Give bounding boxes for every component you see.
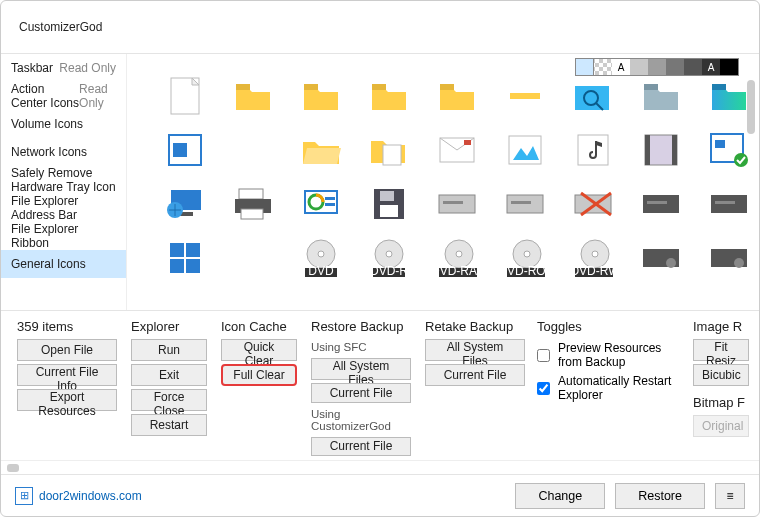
icon-folder-search[interactable]: [573, 76, 613, 116]
icon-folder[interactable]: [233, 76, 273, 116]
icon-folder-open[interactable]: [301, 130, 341, 170]
hscrollbar[interactable]: [1, 460, 759, 474]
icon-drive[interactable]: [437, 184, 477, 224]
icon-strip[interactable]: [505, 76, 545, 116]
svg-rect-22: [672, 135, 677, 165]
icon-drive-dark[interactable]: [641, 184, 681, 224]
item-count: 359 items: [17, 319, 117, 334]
icon-envelope[interactable]: [437, 130, 477, 170]
original-button[interactable]: Original: [693, 415, 749, 437]
icon-blank-doc[interactable]: [165, 76, 205, 116]
sidebar-item-ribbon[interactable]: File Explorer Ribbon: [1, 222, 126, 250]
main: A A: [127, 54, 759, 310]
icon-drive[interactable]: [505, 184, 545, 224]
svg-point-67: [524, 251, 530, 257]
icon-folder[interactable]: [369, 76, 409, 116]
icon-grid: DVD DVD-R DVD-RAM DVD-ROM DVD-RW: [127, 54, 759, 310]
svg-rect-47: [647, 201, 667, 204]
force-close-button[interactable]: Force Close: [131, 389, 207, 411]
svg-rect-7: [575, 86, 609, 110]
icon-control-panel[interactable]: [301, 184, 341, 224]
bicubic-button[interactable]: Bicubic: [693, 364, 749, 386]
fit-resize-button[interactable]: Fit Resiz: [693, 339, 749, 361]
icon-start[interactable]: [165, 238, 205, 278]
run-button[interactable]: Run: [131, 339, 207, 361]
svg-rect-16: [464, 140, 471, 145]
icon-drive-delete[interactable]: [573, 184, 613, 224]
retake-current-button[interactable]: Current File: [425, 364, 525, 386]
icon-spacer: [233, 238, 273, 278]
sidebar-item-safely-remove[interactable]: Safely Remove Hardware Tray Icon: [1, 166, 126, 194]
toggle-preview-checkbox[interactable]: [537, 349, 550, 362]
svg-rect-42: [511, 201, 531, 204]
sidebar-item-network[interactable]: Network Icons: [1, 138, 126, 166]
svg-rect-31: [241, 209, 263, 219]
restore-current-sfc-button[interactable]: Current File: [311, 383, 411, 403]
svg-point-63: [456, 251, 462, 257]
icon-drive-dark[interactable]: [641, 238, 681, 278]
sidebar-item-action-center[interactable]: Action Center IconsRead Only: [1, 82, 126, 110]
svg-rect-53: [186, 259, 200, 273]
restart-button[interactable]: Restart: [131, 414, 207, 436]
toggle-preview[interactable]: Preview Resources from Backup: [537, 341, 679, 369]
export-resources-button[interactable]: Export Resources: [17, 389, 117, 411]
icon-floppy[interactable]: [369, 184, 409, 224]
svg-rect-4: [372, 84, 386, 90]
quick-clear-button[interactable]: Quick Clear: [221, 339, 297, 361]
icon-printer[interactable]: [233, 184, 273, 224]
svg-rect-35: [325, 203, 335, 206]
full-clear-button[interactable]: Full Clear: [221, 364, 297, 386]
retake-backup-heading: Retake Backup: [425, 319, 523, 334]
toggle-restart-checkbox[interactable]: [537, 382, 550, 395]
icon-video[interactable]: [641, 130, 681, 170]
icon-dvd-rom[interactable]: DVD-ROM: [505, 238, 545, 278]
icon-monitor-globe[interactable]: [165, 184, 205, 224]
retake-all-button[interactable]: All System Files: [425, 339, 525, 361]
bottom-panel: 359 items Open File Current File Info Ex…: [1, 310, 759, 460]
icon-folder[interactable]: [301, 76, 341, 116]
svg-rect-10: [644, 84, 658, 90]
restore-all-sfc-button[interactable]: All System Files: [311, 358, 411, 380]
icon-folder-docs[interactable]: [369, 130, 409, 170]
svg-rect-19: [578, 135, 608, 165]
icon-window[interactable]: [165, 130, 205, 170]
menu-button[interactable]: ≡: [715, 483, 745, 509]
icon-folder[interactable]: [437, 76, 477, 116]
svg-text:DVD: DVD: [308, 264, 334, 278]
icon-folder-teal-grad[interactable]: [709, 76, 749, 116]
sidebar-item-taskbar[interactable]: TaskbarRead Only: [1, 54, 126, 82]
icon-dvd[interactable]: DVD: [301, 238, 341, 278]
sidebar-item-addr-bar[interactable]: File Explorer Address Bar: [1, 194, 126, 222]
svg-rect-21: [645, 135, 650, 165]
restore-button[interactable]: Restore: [615, 483, 705, 509]
icon-folder-teal[interactable]: [641, 76, 681, 116]
sidebar: TaskbarRead Only Action Center IconsRead…: [1, 54, 127, 310]
icon-dvd-ram[interactable]: DVD-RAM: [437, 238, 477, 278]
svg-rect-14: [383, 145, 401, 165]
svg-rect-52: [170, 259, 184, 273]
icon-drive-dark[interactable]: [709, 184, 749, 224]
open-file-button[interactable]: Open File: [17, 339, 117, 361]
hscroll-thumb[interactable]: [7, 464, 19, 472]
sidebar-item-general[interactable]: General Icons: [1, 250, 126, 278]
current-file-info-button[interactable]: Current File Info: [17, 364, 117, 386]
toggles-heading: Toggles: [537, 319, 679, 334]
svg-point-25: [734, 153, 748, 167]
icon-music[interactable]: [573, 130, 613, 170]
logo-icon: ⊞: [15, 487, 33, 505]
footer-link[interactable]: ⊞ door2windows.com: [15, 487, 142, 505]
sidebar-item-volume[interactable]: Volume Icons: [1, 110, 126, 138]
title-bar: CustomizerGod: [1, 1, 759, 53]
svg-rect-50: [170, 243, 184, 257]
restore-current-cgod-button[interactable]: Current File: [311, 437, 411, 457]
exit-button[interactable]: Exit: [131, 364, 207, 386]
svg-rect-3: [304, 84, 318, 90]
change-button[interactable]: Change: [515, 483, 605, 509]
icon-dvd-rw[interactable]: DVD-RW: [573, 238, 613, 278]
icon-window-check[interactable]: [709, 130, 749, 170]
toggle-restart-explorer[interactable]: Automatically Restart Explorer: [537, 374, 679, 402]
icon-drive-dark[interactable]: [709, 238, 749, 278]
icon-picture[interactable]: [505, 130, 545, 170]
bitmap-heading: Bitmap F: [693, 395, 749, 410]
icon-dvd-r[interactable]: DVD-R: [369, 238, 409, 278]
